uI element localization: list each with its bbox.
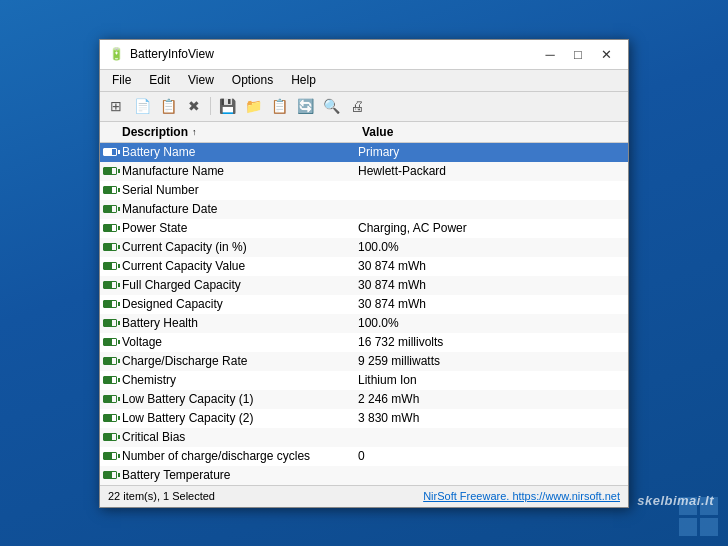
app-window: 🔋 BatteryInfoView ─ □ ✕ File Edit View O… [99, 39, 629, 508]
table-row[interactable]: Number of charge/discharge cycles0 [100, 447, 628, 466]
row-description: Designed Capacity [122, 297, 358, 311]
row-description: Number of charge/discharge cycles [122, 449, 358, 463]
row-description: Current Capacity (in %) [122, 240, 358, 254]
table-row[interactable]: Critical Bias [100, 428, 628, 447]
row-value: Primary [358, 145, 628, 159]
col-description-header[interactable]: Description ↑ [102, 125, 362, 139]
minimize-button[interactable]: ─ [536, 40, 564, 68]
toolbar-btn-copy2[interactable]: 📋 [267, 94, 291, 118]
window-title: BatteryInfoView [130, 47, 536, 61]
table-row[interactable]: Serial Number [100, 181, 628, 200]
table-row[interactable]: Designed Capacity30 874 mWh [100, 295, 628, 314]
row-description: Chemistry [122, 373, 358, 387]
battery-row-icon [102, 315, 118, 331]
toolbar-btn-delete[interactable]: ✖ [182, 94, 206, 118]
table-header: Description ↑ Value [100, 122, 628, 143]
row-description: Power State [122, 221, 358, 235]
col-value-header[interactable]: Value [362, 125, 628, 139]
row-description: Battery Health [122, 316, 358, 330]
table-row[interactable]: ChemistryLithium Ion [100, 371, 628, 390]
table-row[interactable]: Battery Temperature [100, 466, 628, 485]
maximize-button[interactable]: □ [564, 40, 592, 68]
row-value: 30 874 mWh [358, 259, 628, 273]
row-description: Serial Number [122, 183, 358, 197]
table-row[interactable]: Low Battery Capacity (2)3 830 mWh [100, 409, 628, 428]
table-row[interactable]: Battery NamePrimary [100, 143, 628, 162]
row-value: Hewlett-Packard [358, 164, 628, 178]
table-row[interactable]: Battery Health100.0% [100, 314, 628, 333]
watermark: skelbimai.lt [637, 493, 714, 508]
toolbar-btn-print[interactable]: 🖨 [345, 94, 369, 118]
row-value: 2 246 mWh [358, 392, 628, 406]
toolbar-btn-refresh[interactable]: 🔄 [293, 94, 317, 118]
row-value: 100.0% [358, 240, 628, 254]
toolbar-btn-search[interactable]: 🔍 [319, 94, 343, 118]
row-value: 30 874 mWh [358, 278, 628, 292]
menu-help[interactable]: Help [283, 71, 324, 89]
battery-row-icon [102, 182, 118, 198]
table-row[interactable]: Charge/Discharge Rate9 259 milliwatts [100, 352, 628, 371]
row-description: Battery Name [122, 145, 358, 159]
battery-row-icon [102, 448, 118, 464]
table-row[interactable]: Manufacture NameHewlett-Packard [100, 162, 628, 181]
row-description: Full Charged Capacity [122, 278, 358, 292]
table-row[interactable]: Power StateCharging, AC Power [100, 219, 628, 238]
toolbar-btn-save[interactable]: 💾 [215, 94, 239, 118]
toolbar: ⊞ 📄 📋 ✖ 💾 📁 📋 🔄 🔍 🖨 [100, 92, 628, 122]
sort-arrow-icon: ↑ [192, 127, 197, 137]
toolbar-btn-open[interactable]: 📁 [241, 94, 265, 118]
item-count: 22 item(s), 1 Selected [108, 490, 215, 502]
battery-row-icon [102, 258, 118, 274]
toolbar-btn-copy[interactable]: 📋 [156, 94, 180, 118]
status-bar: 22 item(s), 1 Selected NirSoft Freeware.… [100, 485, 628, 507]
battery-row-icon [102, 220, 118, 236]
row-value: 9 259 milliwatts [358, 354, 628, 368]
row-description: Charge/Discharge Rate [122, 354, 358, 368]
nirsoft-link[interactable]: NirSoft Freeware. https://www.nirsoft.ne… [423, 490, 620, 502]
battery-row-icon [102, 201, 118, 217]
row-description: Low Battery Capacity (2) [122, 411, 358, 425]
menu-file[interactable]: File [104, 71, 139, 89]
table-row[interactable]: Voltage16 732 millivolts [100, 333, 628, 352]
row-value: 100.0% [358, 316, 628, 330]
table-body[interactable]: Battery NamePrimaryManufacture NameHewle… [100, 143, 628, 485]
toolbar-btn-doc[interactable]: 📄 [130, 94, 154, 118]
battery-row-icon [102, 467, 118, 483]
battery-row-icon [102, 144, 118, 160]
row-description: Low Battery Capacity (1) [122, 392, 358, 406]
row-value: 30 874 mWh [358, 297, 628, 311]
toolbar-separator-1 [210, 97, 211, 115]
battery-row-icon [102, 277, 118, 293]
menu-edit[interactable]: Edit [141, 71, 178, 89]
toolbar-btn-grid[interactable]: ⊞ [104, 94, 128, 118]
battery-row-icon [102, 372, 118, 388]
battery-row-icon [102, 353, 118, 369]
data-table: Description ↑ Value Battery NamePrimaryM… [100, 122, 628, 485]
title-bar: 🔋 BatteryInfoView ─ □ ✕ [100, 40, 628, 70]
row-description: Current Capacity Value [122, 259, 358, 273]
battery-row-icon [102, 334, 118, 350]
close-button[interactable]: ✕ [592, 40, 620, 68]
app-icon: 🔋 [108, 46, 124, 62]
menu-options[interactable]: Options [224, 71, 281, 89]
row-description: Manufacture Date [122, 202, 358, 216]
row-description: Manufacture Name [122, 164, 358, 178]
battery-row-icon [102, 239, 118, 255]
menu-view[interactable]: View [180, 71, 222, 89]
battery-row-icon [102, 429, 118, 445]
table-row[interactable]: Current Capacity Value30 874 mWh [100, 257, 628, 276]
window-controls: ─ □ ✕ [536, 40, 620, 68]
table-row[interactable]: Low Battery Capacity (1)2 246 mWh [100, 390, 628, 409]
table-row[interactable]: Current Capacity (in %)100.0% [100, 238, 628, 257]
row-value: 16 732 millivolts [358, 335, 628, 349]
battery-row-icon [102, 163, 118, 179]
row-description: Voltage [122, 335, 358, 349]
table-row[interactable]: Manufacture Date [100, 200, 628, 219]
battery-row-icon [102, 391, 118, 407]
row-description: Critical Bias [122, 430, 358, 444]
table-row[interactable]: Full Charged Capacity30 874 mWh [100, 276, 628, 295]
battery-row-icon [102, 410, 118, 426]
row-value: 0 [358, 449, 628, 463]
battery-row-icon [102, 296, 118, 312]
row-value: Lithium Ion [358, 373, 628, 387]
